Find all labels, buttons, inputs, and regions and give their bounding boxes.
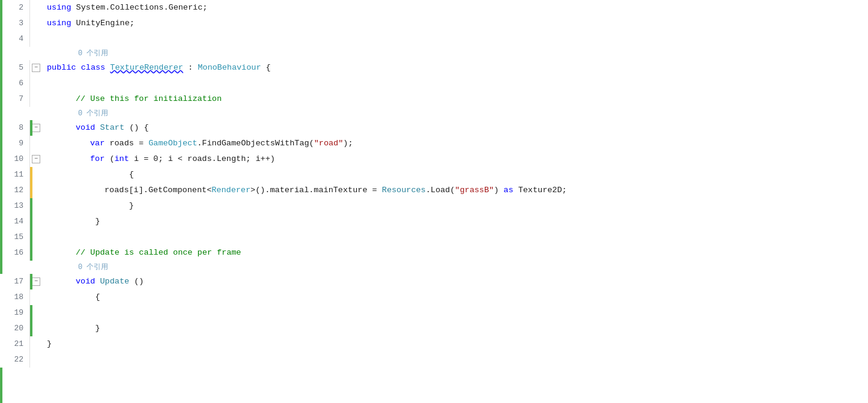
- code-line: 14 }: [0, 214, 868, 229]
- line-number: 16: [0, 245, 30, 261]
- code-token: UnityEngine;: [71, 16, 135, 31]
- line-gutter: [30, 16, 42, 31]
- line-number: 9: [0, 136, 30, 151]
- code-token: var: [90, 136, 105, 151]
- code-line: 16// Update is called once per frame: [0, 245, 868, 261]
- code-editor: 2using System.Collections.Generic;3using…: [0, 0, 868, 403]
- line-number: 18: [0, 289, 30, 305]
- code-token: void: [76, 274, 95, 289]
- ref-hint: 0 个引用: [42, 47, 108, 60]
- code-token: GameObject: [148, 136, 197, 151]
- code-token: [95, 120, 100, 136]
- code-line: 13 }: [0, 198, 868, 214]
- code-token: .Load(: [426, 183, 455, 198]
- code-token: TextureRenderer: [110, 60, 183, 76]
- code-token: [95, 274, 100, 289]
- code-token: using: [47, 16, 71, 31]
- line-code: {: [42, 167, 868, 183]
- line-gutter: [30, 31, 42, 47]
- code-token: >().material.mainTexture =: [250, 183, 382, 198]
- line-code: // Update is called once per frame: [42, 245, 868, 261]
- line-code: }: [42, 214, 868, 229]
- line-gutter: −: [30, 151, 42, 167]
- code-token: Start: [100, 120, 125, 136]
- code-token: :: [183, 60, 198, 76]
- line-code: var roads = GameObject.FindGameObjectsWi…: [42, 136, 868, 151]
- code-line: 19: [0, 305, 868, 321]
- code-token: MonoBehaviour: [198, 60, 261, 76]
- code-token: // Update is called once per frame: [76, 245, 241, 261]
- code-token: (: [105, 151, 114, 167]
- code-line: 9var roads = GameObject.FindGameObjectsW…: [0, 136, 868, 151]
- line-number: 12: [0, 183, 30, 198]
- line-number: 4: [0, 31, 30, 47]
- code-token: "grassB": [455, 183, 494, 198]
- ref-row: 0 个引用: [0, 47, 868, 60]
- line-gutter: [30, 336, 42, 352]
- line-gutter: −: [30, 60, 42, 76]
- line-gutter: [30, 198, 42, 214]
- code-token: }: [76, 321, 100, 336]
- line-code: public class TextureRenderer : MonoBehav…: [42, 60, 868, 76]
- code-token: i = 0; i < roads.Length; i++): [129, 151, 275, 167]
- code-token: .FindGameObjectsWithTag(: [197, 136, 314, 151]
- code-line: 7// Use this for initialization: [0, 91, 868, 107]
- code-line: 15: [0, 229, 868, 245]
- code-line: 3using UnityEngine;: [0, 16, 868, 31]
- line-number: 8: [0, 120, 30, 136]
- line-number: 5: [0, 60, 30, 76]
- code-token: }: [47, 336, 52, 352]
- code-token: (): [129, 274, 144, 289]
- code-line: 18 {: [0, 289, 868, 305]
- line-gutter: [30, 0, 42, 16]
- code-token: roads =: [105, 136, 148, 151]
- code-line: 12roads[i].GetComponent<Renderer>().mate…: [0, 183, 868, 198]
- line-code: void Start () {: [42, 120, 868, 136]
- line-number: 11: [0, 167, 30, 183]
- line-gutter: [30, 214, 42, 229]
- code-token: void: [76, 120, 95, 136]
- code-line: 2using System.Collections.Generic;: [0, 0, 868, 16]
- line-code: [42, 352, 868, 368]
- collapse-button[interactable]: −: [32, 64, 40, 72]
- code-line: 6: [0, 76, 868, 91]
- line-code: for (int i = 0; i < roads.Length; i++): [42, 151, 868, 167]
- ref-hint: 0 个引用: [42, 107, 108, 120]
- code-token: for: [90, 151, 105, 167]
- collapse-button[interactable]: −: [32, 155, 40, 163]
- line-gutter: [30, 229, 42, 245]
- collapse-button[interactable]: −: [32, 124, 40, 132]
- line-number: 20: [0, 321, 30, 336]
- line-code: }: [42, 198, 868, 214]
- line-number: 13: [0, 198, 30, 214]
- code-token: ): [494, 183, 503, 198]
- code-line: 21}: [0, 336, 868, 352]
- line-gutter: [30, 136, 42, 151]
- code-token: }: [76, 214, 100, 229]
- line-gutter: [30, 289, 42, 305]
- code-token: {: [261, 60, 271, 76]
- code-token: // Use this for initialization: [76, 91, 222, 107]
- line-number: 15: [0, 229, 30, 245]
- code-token: Resources: [382, 183, 426, 198]
- code-token: using: [47, 0, 71, 16]
- code-token: [105, 60, 110, 76]
- line-code: }: [42, 336, 868, 352]
- code-token: class: [81, 60, 106, 76]
- line-number: 14: [0, 214, 30, 229]
- ref-row: 0 个引用: [0, 261, 868, 274]
- line-gutter: [30, 76, 42, 91]
- code-token: as: [503, 183, 513, 198]
- line-number: 17: [0, 274, 30, 289]
- code-line: 17−void Update (): [0, 274, 868, 289]
- code-token: Texture2D;: [514, 183, 567, 198]
- collapse-button[interactable]: −: [32, 277, 40, 286]
- code-token: );: [343, 136, 353, 151]
- line-code: using System.Collections.Generic;: [42, 0, 868, 16]
- line-code: [42, 229, 868, 245]
- code-line: 22: [0, 352, 868, 368]
- line-number: 19: [0, 305, 30, 321]
- code-line: 5−public class TextureRenderer : MonoBeh…: [0, 60, 868, 76]
- line-code: void Update (): [42, 274, 868, 289]
- line-gutter: [30, 91, 42, 107]
